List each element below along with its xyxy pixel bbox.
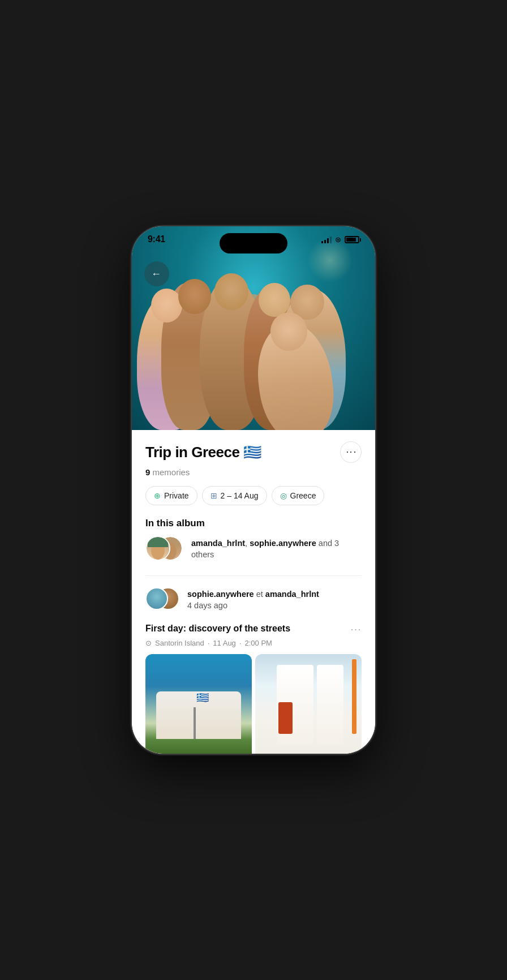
battery-icon [345,236,359,243]
avatar-1 [145,536,170,561]
members-row: amanda_hrlnt, sophie.anywhere and 3 othe… [145,536,362,562]
members-text: amanda_hrlnt, sophie.anywhere and 3 othe… [191,538,362,561]
memories-number: 9 [145,467,150,477]
status-icons: ⊛ [321,235,359,244]
activity-avatar-1 [145,587,168,610]
memory-meta: ⊙ Santorin Island · 11 Aug · 2:00 PM [145,639,362,647]
activity-author2: amanda_hrlnt [265,590,319,599]
memory-title: First day: discovery of the streets [145,624,343,634]
memory-header: First day: discovery of the streets ··· [145,624,362,635]
memory-time: 2:00 PM [244,639,272,647]
meta-dot: · [208,639,210,647]
memory-location: Santorin Island [155,639,204,647]
wifi-icon: ⊛ [335,235,341,244]
three-dots-icon: ⋮ [346,447,356,458]
lock-icon: ⊕ [154,491,161,500]
phone-frame: 9:41 ⊛ [132,226,375,754]
back-arrow-icon: ← [151,268,161,280]
title-row: Trip in Greece 🇬🇷 ⋮ [145,441,362,463]
member2-name: sophie.anywhere [250,539,316,548]
activity-avatars [145,587,181,612]
content-area: Trip in Greece 🇬🇷 ⋮ 9 memories ⊕ Private… [132,430,375,754]
activity-row: sophie.anywhere et amanda_hrlnt 4 days a… [145,587,362,612]
photo-santorini[interactable]: 🇬🇷 [145,654,252,754]
pin-icon: ◎ [280,491,287,500]
memory-date: 11 Aug [213,639,236,647]
member1-name: amanda_hrlnt [191,539,245,548]
tag-private-label: Private [164,491,189,500]
activity-author1: sophie.anywhere [187,590,254,599]
divider [145,575,362,576]
activity-text: sophie.anywhere et amanda_hrlnt 4 days a… [187,588,319,612]
status-time: 9:41 [148,234,165,244]
memories-count: 9 memories [145,467,362,477]
location-pin-icon: ⊙ [145,639,152,647]
more-options-button[interactable]: ⋮ [340,441,362,463]
tag-private[interactable]: ⊕ Private [145,486,197,505]
memories-label: memories [153,467,190,477]
phone-screen: 9:41 ⊛ [132,226,375,754]
tag-location-label: Greece [290,491,316,500]
photo-street[interactable] [255,654,362,754]
meta-dot2: · [239,639,242,647]
calendar-icon: ⊞ [210,491,217,500]
tag-location[interactable]: ◎ Greece [272,486,325,505]
back-button[interactable]: ← [144,261,169,286]
photo-grid: 🇬🇷 [145,654,362,754]
avatar-stack [145,536,184,562]
tag-date[interactable]: ⊞ 2 – 14 Aug [202,486,267,505]
tags-row: ⊕ Private ⊞ 2 – 14 Aug ◎ Greece [145,486,362,505]
memory-post: First day: discovery of the streets ··· … [145,624,362,754]
tag-date-label: 2 – 14 Aug [221,491,259,500]
signal-icon [321,237,332,243]
activity-time-ago: 4 days ago [187,601,227,610]
memory-more-button[interactable]: ··· [350,624,362,635]
album-title: Trip in Greece 🇬🇷 [145,444,261,461]
dynamic-island [220,233,287,253]
in-album-title: In this album [145,518,362,529]
avatar-face-1 [147,537,169,560]
hero-image [132,226,375,430]
